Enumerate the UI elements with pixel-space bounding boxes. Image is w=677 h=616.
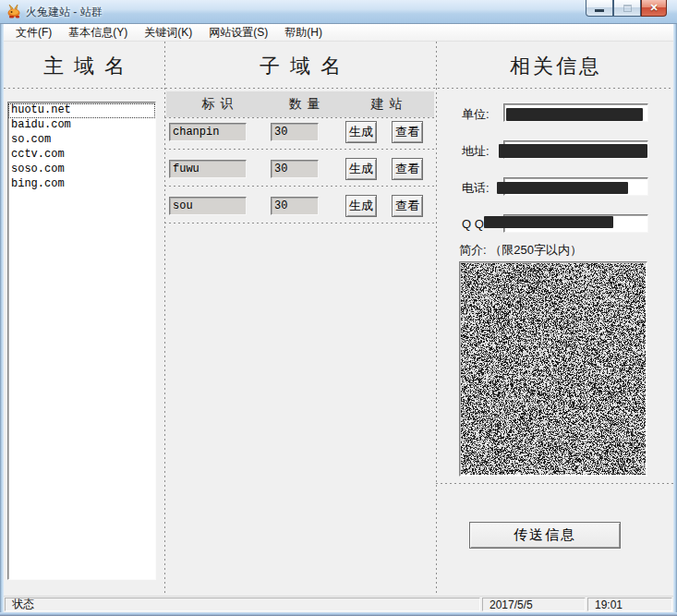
list-item[interactable]: soso.com bbox=[8, 163, 155, 177]
title-bar[interactable]: 火兔建站 - 站群 ✕ bbox=[0, 0, 677, 24]
status-time: 19:01 bbox=[587, 598, 672, 611]
menu-site-settings[interactable]: 网站设置(S) bbox=[200, 23, 276, 42]
client-area: 文件(F) 基本信息(Y) 关键词(K) 网站设置(S) 帮助(H) 主域名 子… bbox=[4, 24, 673, 612]
menu-file[interactable]: 文件(F) bbox=[7, 23, 60, 42]
row-divider bbox=[164, 186, 436, 187]
column-label-id: 标 识 bbox=[166, 96, 270, 113]
redacted-value bbox=[506, 108, 643, 121]
address-label: 地址: bbox=[462, 143, 490, 160]
status-bar: 状态 2017/5/5 19:01 bbox=[4, 596, 673, 612]
column-label-count: 数 量 bbox=[270, 96, 340, 113]
list-item[interactable]: baidu.com bbox=[8, 118, 155, 133]
redacted-value bbox=[497, 182, 628, 194]
redacted-intro-noise bbox=[461, 263, 646, 475]
subdomain-table-header: 标 识 数 量 建 站 bbox=[166, 91, 434, 117]
row-divider bbox=[164, 149, 436, 150]
main-domain-header: 主域名 bbox=[4, 53, 164, 80]
menu-keywords[interactable]: 关键词(K) bbox=[136, 23, 200, 42]
row-divider bbox=[164, 223, 436, 223]
list-item[interactable]: huotu.net bbox=[8, 103, 155, 118]
menu-basic-info[interactable]: 基本信息(Y) bbox=[60, 23, 136, 42]
status-date: 2017/5/5 bbox=[482, 598, 586, 611]
view-button[interactable]: 查看 bbox=[392, 195, 423, 217]
intro-label: 简介: （限250字以内） bbox=[459, 242, 582, 259]
maximize-icon bbox=[623, 5, 632, 12]
view-button[interactable]: 查看 bbox=[392, 158, 423, 180]
list-item[interactable]: cctv.com bbox=[8, 148, 155, 163]
list-item[interactable]: bing.com bbox=[8, 177, 155, 192]
window-title: 火兔建站 - 站群 bbox=[26, 5, 103, 20]
app-window: 火兔建站 - 站群 ✕ 文件(F) 基本信息(Y) 关键词(K) 网站设置(S)… bbox=[0, 0, 677, 616]
menu-bar: 文件(F) 基本信息(Y) 关键词(K) 网站设置(S) 帮助(H) bbox=[4, 24, 673, 42]
sub-domain-header: 子域名 bbox=[164, 53, 436, 80]
info-section-divider bbox=[436, 483, 673, 484]
column-divider-1 bbox=[164, 42, 165, 595]
subdomain-id-input[interactable]: fuwu bbox=[169, 160, 247, 178]
redacted-value bbox=[499, 144, 647, 158]
view-button[interactable]: 查看 bbox=[392, 121, 423, 143]
caption-buttons: ✕ bbox=[586, 0, 667, 17]
send-info-button[interactable]: 传送信息 bbox=[469, 522, 621, 549]
column-label-build: 建 站 bbox=[340, 96, 434, 113]
app-icon bbox=[6, 4, 22, 19]
close-button[interactable]: ✕ bbox=[641, 0, 667, 17]
close-icon: ✕ bbox=[649, 3, 658, 13]
subdomain-count-input[interactable]: 30 bbox=[271, 160, 319, 178]
minimize-button[interactable] bbox=[586, 0, 613, 17]
generate-button[interactable]: 生成 bbox=[345, 121, 377, 143]
subdomain-id-input[interactable]: sou bbox=[169, 197, 247, 215]
list-item[interactable]: so.com bbox=[8, 133, 155, 148]
generate-button[interactable]: 生成 bbox=[345, 158, 377, 180]
phone-label: 电话: bbox=[462, 180, 490, 197]
generate-button[interactable]: 生成 bbox=[345, 195, 377, 217]
subdomain-count-input[interactable]: 30 bbox=[271, 123, 319, 141]
subdomain-count-input[interactable]: 30 bbox=[271, 197, 319, 215]
header-divider bbox=[4, 88, 673, 89]
unit-label: 单位: bbox=[462, 106, 490, 123]
subdomain-id-input[interactable]: chanpin bbox=[169, 123, 247, 141]
maximize-button[interactable] bbox=[613, 0, 641, 17]
main-domain-listbox[interactable]: huotu.net baidu.com so.com cctv.com soso… bbox=[7, 102, 156, 580]
minimize-icon bbox=[595, 9, 604, 12]
redacted-value bbox=[484, 216, 613, 228]
info-header: 相关信息 bbox=[436, 53, 673, 80]
window-frame-right bbox=[673, 24, 677, 612]
menu-help[interactable]: 帮助(H) bbox=[276, 23, 331, 42]
window-frame-bottom bbox=[0, 612, 677, 616]
column-divider-2 bbox=[436, 42, 437, 595]
intro-textarea[interactable] bbox=[459, 261, 647, 477]
status-text: 状态 bbox=[5, 598, 480, 611]
row-divider bbox=[164, 117, 436, 118]
